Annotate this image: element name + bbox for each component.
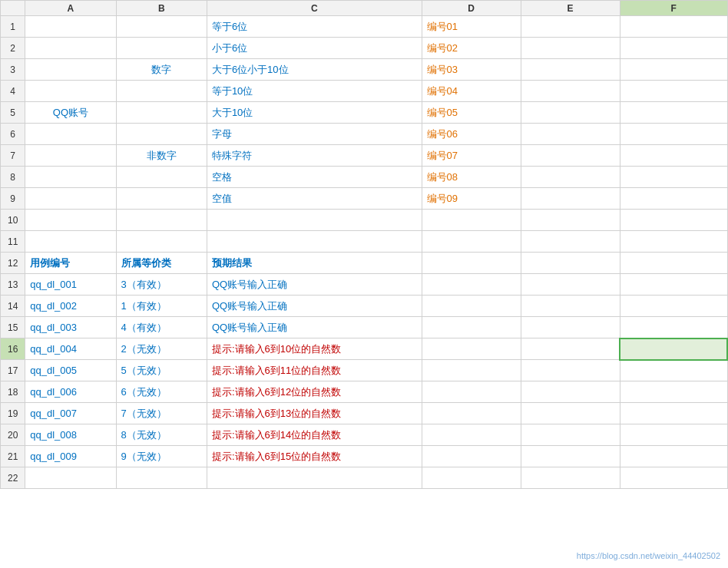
cell-d8[interactable]: 编号08 — [422, 167, 521, 188]
cell-a20[interactable]: qq_dl_008 — [25, 424, 116, 446]
cell-f11[interactable] — [620, 231, 727, 253]
cell-b12[interactable]: 所属等价类 — [116, 253, 207, 274]
cell-c16[interactable]: 提示:请输入6到10位的自然数 — [207, 338, 422, 360]
cell-c20[interactable]: 提示:请输入6到14位的自然数 — [207, 424, 422, 446]
cell-c15[interactable]: QQ账号输入正确 — [207, 317, 422, 338]
cell-e4[interactable] — [521, 81, 620, 102]
cell-d1[interactable]: 编号01 — [422, 16, 521, 38]
cell-b13[interactable]: 3（有效） — [116, 274, 207, 296]
cell-a1[interactable] — [25, 16, 116, 38]
cell-d20[interactable] — [422, 424, 521, 446]
cell-a7[interactable] — [25, 145, 116, 167]
col-header-f[interactable]: F — [620, 1, 727, 16]
cell-b2[interactable] — [116, 38, 207, 59]
cell-f10[interactable] — [620, 210, 727, 231]
cell-a18[interactable]: qq_dl_006 — [25, 381, 116, 403]
cell-d15[interactable] — [422, 317, 521, 338]
cell-a6[interactable] — [25, 124, 116, 145]
cell-a11[interactable] — [25, 231, 116, 253]
cell-d19[interactable] — [422, 403, 521, 424]
cell-c3[interactable]: 大于6位小于10位 — [207, 59, 422, 81]
cell-f2[interactable] — [620, 38, 727, 59]
cell-f9[interactable] — [620, 188, 727, 210]
cell-f17[interactable] — [620, 360, 727, 381]
cell-a3[interactable] — [25, 59, 116, 81]
cell-d22[interactable] — [422, 467, 521, 489]
col-header-e[interactable]: E — [521, 1, 620, 16]
cell-a21[interactable]: qq_dl_009 — [25, 446, 116, 467]
cell-c19[interactable]: 提示:请输入6到13位的自然数 — [207, 403, 422, 424]
cell-d2[interactable]: 编号02 — [422, 38, 521, 59]
cell-e14[interactable] — [521, 296, 620, 317]
cell-d6[interactable]: 编号06 — [422, 124, 521, 145]
cell-a2[interactable] — [25, 38, 116, 59]
cell-d13[interactable] — [422, 274, 521, 296]
cell-e22[interactable] — [521, 467, 620, 489]
cell-a15[interactable]: qq_dl_003 — [25, 317, 116, 338]
cell-e21[interactable] — [521, 446, 620, 467]
cell-f3[interactable] — [620, 59, 727, 81]
cell-e2[interactable] — [521, 38, 620, 59]
cell-a12[interactable]: 用例编号 — [25, 253, 116, 274]
cell-e10[interactable] — [521, 210, 620, 231]
cell-a8[interactable] — [25, 167, 116, 188]
cell-f7[interactable] — [620, 145, 727, 167]
cell-b22[interactable] — [116, 467, 207, 489]
cell-b16[interactable]: 2（无效） — [116, 338, 207, 360]
cell-f13[interactable] — [620, 274, 727, 296]
cell-c13[interactable]: QQ账号输入正确 — [207, 274, 422, 296]
cell-c22[interactable] — [207, 467, 422, 489]
cell-a16[interactable]: qq_dl_004 — [25, 338, 116, 360]
cell-d17[interactable] — [422, 360, 521, 381]
cell-c4[interactable]: 等于10位 — [207, 81, 422, 102]
cell-d7[interactable]: 编号07 — [422, 145, 521, 167]
cell-b18[interactable]: 6（无效） — [116, 381, 207, 403]
cell-c6[interactable]: 字母 — [207, 124, 422, 145]
cell-a4[interactable] — [25, 81, 116, 102]
cell-f15[interactable] — [620, 317, 727, 338]
cell-e20[interactable] — [521, 424, 620, 446]
cell-f12[interactable] — [620, 253, 727, 274]
cell-a14[interactable]: qq_dl_002 — [25, 296, 116, 317]
cell-d10[interactable] — [422, 210, 521, 231]
cell-c2[interactable]: 小于6位 — [207, 38, 422, 59]
cell-f4[interactable] — [620, 81, 727, 102]
cell-d9[interactable]: 编号09 — [422, 188, 521, 210]
cell-d3[interactable]: 编号03 — [422, 59, 521, 81]
cell-b11[interactable] — [116, 231, 207, 253]
cell-b5[interactable] — [116, 102, 207, 124]
cell-b15[interactable]: 4（有效） — [116, 317, 207, 338]
cell-d16[interactable] — [422, 338, 521, 360]
cell-b7[interactable]: 非数字 — [116, 145, 207, 167]
cell-f18[interactable] — [620, 381, 727, 403]
cell-f6[interactable] — [620, 124, 727, 145]
cell-e12[interactable] — [521, 253, 620, 274]
cell-e18[interactable] — [521, 381, 620, 403]
cell-d11[interactable] — [422, 231, 521, 253]
cell-b8[interactable] — [116, 167, 207, 188]
cell-f16[interactable] — [620, 338, 727, 360]
cell-a17[interactable]: qq_dl_005 — [25, 360, 116, 381]
cell-d4[interactable]: 编号04 — [422, 81, 521, 102]
cell-d14[interactable] — [422, 296, 521, 317]
cell-c5[interactable]: 大于10位 — [207, 102, 422, 124]
cell-f14[interactable] — [620, 296, 727, 317]
cell-b14[interactable]: 1（有效） — [116, 296, 207, 317]
col-header-b[interactable]: B — [116, 1, 207, 16]
cell-c11[interactable] — [207, 231, 422, 253]
cell-e1[interactable] — [521, 16, 620, 38]
col-header-a[interactable]: A — [25, 1, 116, 16]
cell-c8[interactable]: 空格 — [207, 167, 422, 188]
cell-c10[interactable] — [207, 210, 422, 231]
cell-f19[interactable] — [620, 403, 727, 424]
cell-d21[interactable] — [422, 446, 521, 467]
cell-a9[interactable] — [25, 188, 116, 210]
cell-b3[interactable]: 数字 — [116, 59, 207, 81]
cell-c9[interactable]: 空值 — [207, 188, 422, 210]
cell-d5[interactable]: 编号05 — [422, 102, 521, 124]
cell-f8[interactable] — [620, 167, 727, 188]
cell-b10[interactable] — [116, 210, 207, 231]
cell-d12[interactable] — [422, 253, 521, 274]
cell-e13[interactable] — [521, 274, 620, 296]
cell-f21[interactable] — [620, 446, 727, 467]
